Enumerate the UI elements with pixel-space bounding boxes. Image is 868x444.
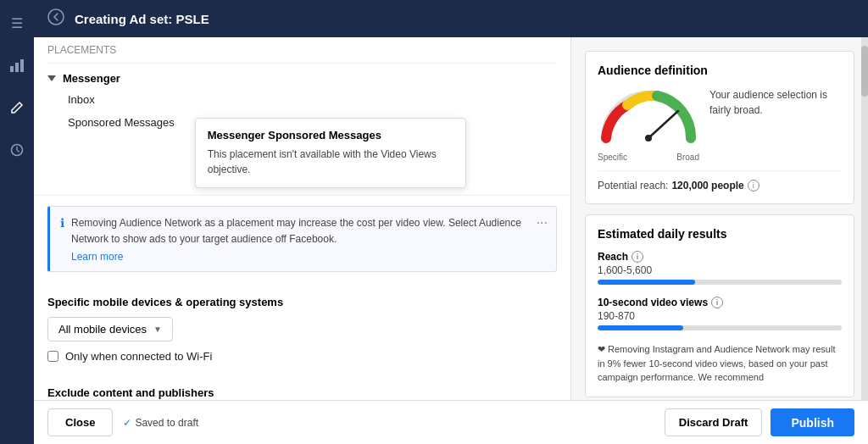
audience-card: Audience definition bbox=[585, 51, 854, 204]
gauge-specific-label: Specific bbox=[598, 153, 627, 162]
video-views-label: 10-second video views bbox=[598, 297, 708, 308]
wifi-checkbox[interactable] bbox=[47, 351, 58, 362]
audience-description: Your audience selection is fairly broad. bbox=[709, 87, 842, 118]
chart-icon[interactable] bbox=[4, 53, 30, 78]
center-panel: PLACEMENTS Messenger Inbox Sponsored Mes… bbox=[34, 37, 571, 400]
nav-back-icon[interactable] bbox=[47, 8, 64, 30]
reach-metric-name: Reach i bbox=[598, 251, 842, 263]
tooltip-popup: Messenger Sponsored Messages This placem… bbox=[195, 118, 466, 188]
content-area: PLACEMENTS Messenger Inbox Sponsored Mes… bbox=[34, 37, 868, 400]
placement-section: PLACEMENTS Messenger Inbox Sponsored Mes… bbox=[34, 37, 570, 196]
warning-content: ❤ Removing Instagram and Audience Networ… bbox=[598, 344, 835, 382]
scrollbar-thumb[interactable] bbox=[861, 46, 868, 97]
svg-point-6 bbox=[645, 135, 652, 142]
reach-progress-fill bbox=[598, 280, 695, 285]
bottom-bar: Close ✓ Saved to draft Discard Draft Pub… bbox=[34, 400, 868, 444]
sponsored-label: Sponsored Messages bbox=[68, 116, 175, 129]
exclude-title: Exclude content and publishers bbox=[47, 386, 557, 399]
video-views-progress-fill bbox=[598, 325, 683, 330]
right-scrollbar[interactable] bbox=[861, 37, 868, 400]
video-views-progress-bg bbox=[598, 325, 842, 330]
potential-reach: Potential reach: 120,000 people i bbox=[598, 170, 842, 191]
svg-rect-0 bbox=[10, 66, 14, 72]
reach-metric: Reach i 1,600-5,600 bbox=[598, 251, 842, 285]
learn-more-link[interactable]: Learn more bbox=[71, 251, 546, 263]
svg-point-4 bbox=[48, 9, 64, 25]
right-panel-inner: Audience definition bbox=[571, 37, 868, 400]
info-text: Removing Audience Network as a placement… bbox=[71, 215, 546, 247]
discard-draft-button[interactable]: Discard Draft bbox=[665, 408, 763, 436]
clock-icon[interactable] bbox=[4, 137, 30, 163]
reach-info-circle[interactable]: i bbox=[632, 251, 643, 263]
edit-icon[interactable] bbox=[4, 95, 30, 120]
main-wrapper: Creating Ad set: PSLE PLACEMENTS Messeng… bbox=[34, 0, 868, 444]
bottom-left: Close ✓ Saved to draft bbox=[47, 408, 198, 436]
top-header: Creating Ad set: PSLE bbox=[34, 0, 868, 37]
placement-header: PLACEMENTS bbox=[47, 37, 557, 64]
collapse-icon[interactable] bbox=[47, 75, 56, 81]
check-icon: ✓ bbox=[123, 417, 131, 429]
mobile-devices-label: All mobile devices bbox=[58, 323, 147, 336]
saved-label: Saved to draft bbox=[135, 417, 198, 429]
menu-icon[interactable]: ☰ bbox=[4, 10, 30, 36]
exclude-section: Exclude content and publishers Available… bbox=[34, 376, 570, 400]
saved-status: ✓ Saved to draft bbox=[123, 417, 198, 429]
gauge-labels: Specific Broad bbox=[598, 153, 699, 162]
reach-label: Reach bbox=[598, 251, 628, 263]
info-content: Removing Audience Network as a placement… bbox=[71, 215, 546, 263]
sidebar: ☰ bbox=[0, 0, 34, 444]
gauge-wrapper: Specific Broad bbox=[598, 87, 699, 162]
reach-value: 1,600-5,600 bbox=[598, 264, 842, 276]
inbox-item: Inbox bbox=[47, 88, 557, 111]
chevron-down-icon: ▼ bbox=[153, 325, 162, 334]
messenger-row: Messenger bbox=[47, 64, 557, 88]
potential-reach-value: 120,000 people bbox=[671, 180, 743, 191]
popup-body: This placement isn't available with the … bbox=[208, 147, 453, 177]
bottom-right: Discard Draft Publish bbox=[665, 408, 854, 436]
video-views-value: 190-870 bbox=[598, 310, 842, 322]
svg-rect-1 bbox=[15, 63, 19, 72]
mobile-section: Specific mobile devices & operating syst… bbox=[34, 282, 570, 376]
wifi-label: Only when connected to Wi-Fi bbox=[65, 350, 212, 363]
audience-definition-title: Audience definition bbox=[598, 64, 842, 77]
page-title: Creating Ad set: PSLE bbox=[75, 12, 209, 26]
right-panel: Audience definition bbox=[571, 37, 868, 400]
close-button[interactable]: Close bbox=[47, 408, 113, 436]
video-views-metric: 10-second video views i 190-870 bbox=[598, 297, 842, 330]
sponsored-item: Sponsored Messages bbox=[47, 111, 175, 134]
svg-rect-2 bbox=[20, 59, 24, 72]
reach-progress-bg bbox=[598, 280, 842, 285]
more-options-icon[interactable]: ··· bbox=[537, 215, 548, 230]
video-views-info-circle[interactable]: i bbox=[711, 297, 723, 308]
estimated-daily-title: Estimated daily results bbox=[598, 227, 842, 241]
daily-results-card: Estimated daily results Reach i 1,600-5,… bbox=[585, 214, 854, 397]
inbox-label: Inbox bbox=[68, 93, 95, 106]
gauge-broad-label: Broad bbox=[676, 153, 699, 162]
mobile-section-title: Specific mobile devices & operating syst… bbox=[47, 296, 557, 308]
info-banner: ℹ Removing Audience Network as a placeme… bbox=[47, 206, 557, 272]
placement-header-label: PLACEMENTS bbox=[47, 44, 116, 56]
reach-info-icon[interactable]: i bbox=[748, 180, 760, 191]
potential-reach-label: Potential reach: bbox=[598, 180, 668, 191]
popup-title: Messenger Sponsored Messages bbox=[208, 129, 453, 142]
gauge-container: Specific Broad Your audience selection i… bbox=[598, 87, 842, 162]
svg-line-5 bbox=[648, 111, 678, 138]
mobile-devices-dropdown[interactable]: All mobile devices ▼ bbox=[47, 317, 173, 341]
warning-text: ❤ Removing Instagram and Audience Networ… bbox=[598, 342, 842, 385]
info-icon: ℹ bbox=[60, 216, 64, 263]
gauge-chart bbox=[598, 87, 699, 147]
video-views-metric-name: 10-second video views i bbox=[598, 297, 842, 308]
sponsored-row: Sponsored Messages Messenger Sponsored M… bbox=[47, 111, 557, 195]
messenger-label: Messenger bbox=[63, 72, 120, 85]
wifi-checkbox-row: Only when connected to Wi-Fi bbox=[47, 350, 557, 363]
publish-button[interactable]: Publish bbox=[771, 408, 854, 436]
